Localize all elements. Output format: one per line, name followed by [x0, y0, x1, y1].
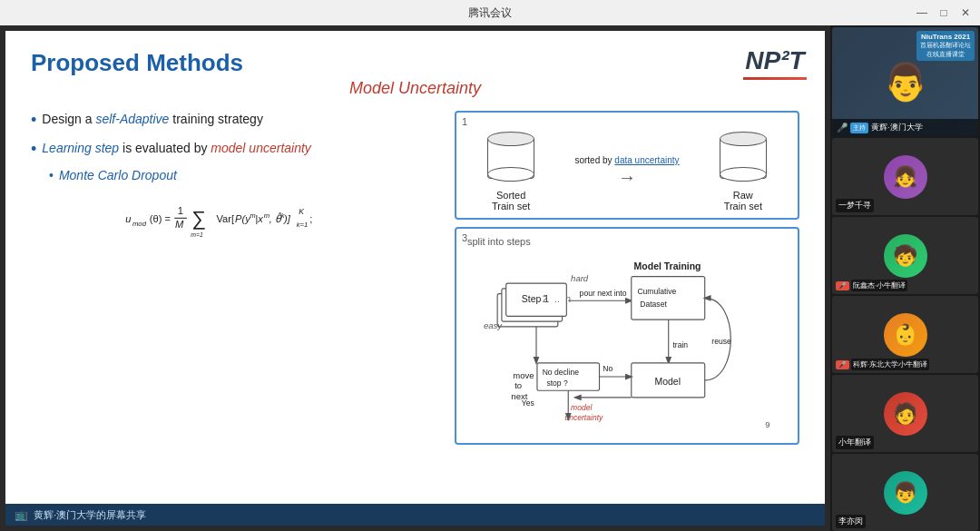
participant-name-text-2: 阮鑫杰·小牛翻译	[851, 280, 907, 291]
svg-text:No: No	[603, 364, 612, 373]
diagram-3-number: 3	[462, 232, 467, 243]
svg-text:Model: Model	[654, 377, 681, 387]
conf-badge: NiuTrans 2021 首届机器翻译论坛 在线直播课堂	[916, 31, 975, 61]
svg-text:to: to	[514, 380, 522, 390]
slide-subtitle: Model Uncertainty	[31, 79, 799, 98]
sorted-train-label: SortedTrain set	[492, 190, 530, 211]
maximize-button[interactable]: □	[936, 5, 951, 20]
sub-bullet-container: • Monte Carlo Dropout	[49, 168, 436, 183]
svg-text:Cumulative: Cumulative	[637, 287, 676, 296]
participant-name-3-bar: 🎤 科辉·东北大学小牛翻译	[836, 359, 929, 370]
svg-text:(θ) =: (θ) =	[150, 213, 171, 224]
svg-text:easy: easy	[484, 320, 503, 330]
participant-avatar-1: 👧	[884, 155, 927, 199]
main-speaker-name: 黄辉·澳门大学	[871, 122, 923, 133]
is-evaluated-text: is evaluated by	[122, 141, 211, 155]
svg-text:)]: )]	[282, 213, 291, 224]
title-bar-title: 腾讯会议	[468, 5, 512, 21]
participant-avatar-5: 👦	[884, 471, 927, 515]
minimize-button[interactable]: —	[915, 5, 929, 20]
diagram-box-1: 1 SortedTrain set	[455, 111, 799, 220]
close-button[interactable]: ✕	[958, 5, 973, 20]
conf-title-text: 首届机器翻译论坛	[920, 41, 971, 50]
participant-name-5: 李亦闵	[836, 515, 866, 528]
monte-carlo-bullet: • Monte Carlo Dropout	[49, 168, 436, 183]
model-training-diagram: Step 1 2 .. n hard easy pour next into	[464, 251, 790, 432]
svg-text:u: u	[125, 213, 131, 224]
monte-carlo-text: Monte Carlo Dropout	[59, 168, 177, 182]
split-text: split into steps	[467, 236, 790, 247]
bullet-2: • Learning step is evaluated by model un…	[31, 140, 436, 160]
svg-text:K: K	[299, 207, 305, 216]
svg-text:;: ;	[309, 213, 312, 224]
slide-left: • Design a self-Adaptive training strate…	[31, 111, 436, 445]
bullet-text-2: Learning step is evaluated by model unce…	[42, 140, 311, 158]
svg-text:|x: |x	[255, 213, 263, 224]
main-speaker-avatar: 👨	[883, 61, 928, 103]
slide-title: Proposed Methods	[31, 49, 799, 77]
bullet-text-1: Design a self-Adaptive training strategy	[42, 111, 263, 129]
main-speaker-name-bar: 🎤 主持 黄辉·澳门大学	[832, 119, 978, 136]
slide-content: NP²T Proposed Methods Model Uncertainty …	[5, 31, 825, 504]
diagram-area: 1 SortedTrain set	[455, 111, 799, 445]
diagram-1-number: 1	[462, 116, 467, 127]
diagram-box-3: 3 split into steps Step 1 2 .. n	[455, 227, 799, 445]
conf-subtitle: 在线直播课堂	[920, 50, 971, 59]
title-bar: 腾讯会议 — □ ✕	[0, 0, 980, 25]
svg-text:pour next into: pour next into	[580, 289, 627, 298]
svg-text:P(y: P(y	[235, 213, 251, 224]
sub-bullet-dot: •	[49, 168, 54, 183]
participant-name-4: 小年翻译	[836, 436, 874, 449]
participant-card-1: 👧 一梦千寻	[832, 138, 978, 215]
participant-name-text-3: 科辉·东北大学小牛翻译	[851, 359, 929, 370]
participant-name-1: 一梦千寻	[836, 199, 874, 212]
formula-svg: u mod (θ) = 1 M ∑ m=1 Var[ P	[40, 192, 436, 247]
svg-text:n: n	[565, 294, 571, 304]
formula-box: u mod (θ) = 1 M ∑ m=1 Var[ P	[40, 192, 436, 250]
main-speaker-card: 👨 NiuTrans 2021 首届机器翻译论坛 在线直播课堂 🎤 主持 黄辉·…	[832, 27, 978, 136]
participant-card-3: 👶 🎤 科辉·东北大学小牛翻译	[832, 296, 978, 373]
svg-text:hard: hard	[571, 273, 589, 283]
raw-train-label: RawTrain set	[724, 190, 762, 211]
participant-name-2-bar: 🎤 阮鑫杰·小牛翻译	[836, 280, 907, 291]
svg-text:No decline: No decline	[543, 368, 580, 377]
svg-text:uncertainty: uncertainty	[564, 413, 603, 422]
raw-train-cylinder: RawTrain set	[720, 132, 767, 211]
window-controls: — □ ✕	[915, 5, 973, 20]
participant-card-4: 🧑 小年翻译	[832, 375, 978, 452]
slide-area: NP²T Proposed Methods Model Uncertainty …	[0, 25, 830, 531]
participant-badge-2: 🎤	[836, 281, 849, 290]
svg-text:Dataset: Dataset	[640, 300, 667, 309]
svg-text:model: model	[571, 403, 593, 412]
screen-share-icon: 📺	[15, 508, 28, 521]
screen-share-text: 黄辉·澳门大学的屏幕共享	[34, 508, 146, 522]
diagram-1-row: SortedTrain set sorted by data uncertain…	[467, 122, 787, 211]
svg-text:train: train	[672, 340, 688, 349]
svg-text:M: M	[175, 219, 184, 230]
conf-year: NiuTrans 2021	[920, 33, 971, 41]
svg-text:Var[: Var[	[217, 213, 235, 224]
svg-text:mod: mod	[132, 220, 147, 228]
sort-arrow: sorted by data uncertainty →	[574, 155, 679, 188]
participant-card-5: 👦 李亦闵	[832, 454, 978, 531]
mic-icon: 🎤	[837, 123, 848, 133]
svg-text:∑: ∑	[191, 207, 206, 230]
host-badge: 主持	[850, 123, 868, 133]
self-adaptive-text: self-Adaptive	[95, 112, 169, 126]
svg-text:m=1: m=1	[191, 231, 203, 238]
participant-avatar-4: 🧑	[884, 392, 927, 436]
learning-step-text: Learning step	[42, 141, 119, 155]
np2t-logo: NP²T	[743, 46, 807, 75]
participant-video-2: 🧒 🎤 阮鑫杰·小牛翻译	[832, 217, 978, 294]
participant-avatar-3: 👶	[884, 313, 927, 357]
svg-text:Model Training: Model Training	[634, 261, 701, 271]
svg-text:stop ?: stop ?	[546, 379, 568, 388]
bottom-bar: 📺 黄辉·澳门大学的屏幕共享	[5, 504, 825, 526]
right-panel: 👨 NiuTrans 2021 首届机器翻译论坛 在线直播课堂 🎤 主持 黄辉·…	[830, 25, 980, 531]
svg-text:9: 9	[765, 419, 769, 429]
bullet-dot-1: •	[31, 111, 36, 131]
svg-text:reuse: reuse	[711, 337, 731, 346]
sorted-train-cylinder: SortedTrain set	[487, 132, 534, 211]
svg-text:2: 2	[543, 294, 548, 304]
svg-text:move: move	[513, 370, 534, 380]
